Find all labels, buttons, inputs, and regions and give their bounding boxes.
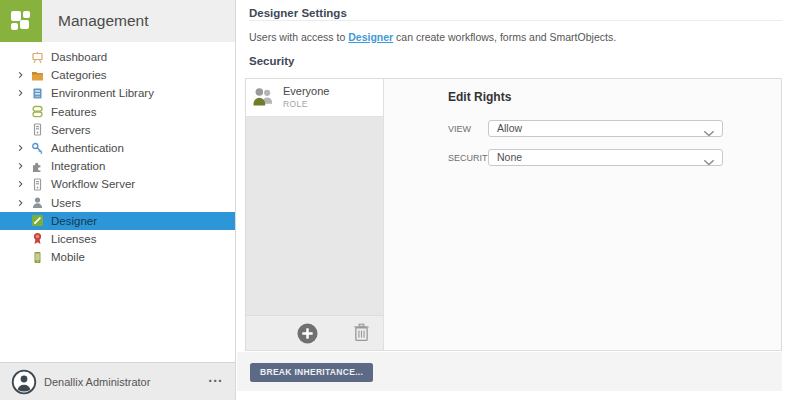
chevron-right-icon [17,198,30,207]
designer-link[interactable]: Designer [348,31,393,43]
sidebar-item-label: Workflow Server [51,178,135,190]
sidebar-item-label: Features [51,106,96,118]
sidebar-item-servers[interactable]: Servers [0,121,235,139]
sidebar-item-label: Designer [51,215,97,227]
break-inheritance-button[interactable]: BREAK INHERITANCE... [250,363,373,382]
chevron-right-icon [17,89,30,98]
add-role-button[interactable] [297,323,318,344]
delete-role-button[interactable] [353,323,370,343]
role-type-badge: ROLE [283,99,308,109]
sidebar-header: Management [0,0,235,42]
license-icon [30,232,44,246]
view-dropdown-value: Allow [497,122,522,134]
app-logo-icon [0,0,42,42]
view-field-row: VIEW Allow [448,120,723,137]
key-icon [30,141,44,155]
user-icon [30,196,44,210]
view-dropdown[interactable]: Allow [488,120,723,137]
server-icon [30,123,44,137]
sidebar-item-label: Users [51,197,81,209]
sidebar-item-features[interactable]: Features [0,103,235,121]
divider [249,20,782,21]
app-title: Management [42,0,148,42]
sidebar-item-dashboard[interactable]: Dashboard [0,48,235,66]
page-title: Designer Settings [249,7,347,19]
user-menu-button[interactable]: ... [208,369,223,385]
spacer [17,53,30,62]
sidebar-item-label: Authentication [51,142,124,154]
sidebar-item-mobile[interactable]: Mobile [0,248,235,266]
folder-icon [30,68,44,82]
sidebar-item-label: Environment Library [51,87,154,99]
features-icon [30,105,44,119]
security-section-title: Security [249,55,294,67]
sidebar-item-label: Servers [51,124,91,136]
sidebar: Management Dashboard Categories Environm… [0,0,236,400]
sidebar-item-label: Dashboard [51,51,107,63]
designer-icon [30,214,44,228]
chevron-right-icon [17,162,30,171]
sidebar-item-licenses[interactable]: Licenses [0,230,235,248]
main-content: Designer Settings Users with access to D… [237,0,800,400]
sidebar-item-integration[interactable]: Integration [0,157,235,175]
management-console: Management Dashboard Categories Environm… [0,0,800,400]
dashboard-icon [30,50,44,64]
server-icon [30,177,44,191]
sidebar-item-environment-library[interactable]: Environment Library [0,84,235,102]
security-panel: Everyone ROLE Edit Rights VIEW Allow SEC… [245,78,782,351]
chevron-right-icon [17,180,30,189]
spacer [17,216,30,225]
sidebar-item-workflow-server[interactable]: Workflow Server [0,175,235,193]
security-dropdown[interactable]: None [488,149,723,166]
page-description: Users with access to Designer can create… [249,31,616,43]
security-field-row: SECURITY None [448,149,723,166]
user-avatar [11,369,37,395]
mobile-icon [30,250,44,264]
panel-footer: BREAK INHERITANCE... [237,352,782,391]
sidebar-nav: Dashboard Categories Environment Library… [0,42,235,266]
puzzle-icon [30,159,44,173]
role-list: Everyone ROLE [246,79,384,350]
role-list-toolbar [246,315,383,350]
description-suffix: can create workflows, forms and SmartObj… [393,31,616,43]
security-dropdown-value: None [497,151,522,163]
sidebar-user-footer: Denallix Administrator ... [0,362,235,400]
user-name: Denallix Administrator [44,376,150,388]
role-name: Everyone [283,85,329,97]
edit-rights-title: Edit Rights [448,90,511,104]
sidebar-item-label: Mobile [51,251,85,263]
chevron-right-icon [17,71,30,80]
sidebar-item-authentication[interactable]: Authentication [0,139,235,157]
library-icon [30,86,44,100]
sidebar-item-categories[interactable]: Categories [0,66,235,84]
sidebar-item-users[interactable]: Users [0,194,235,212]
security-label: SECURITY [448,153,488,163]
sidebar-item-label: Integration [51,160,105,172]
spacer [17,107,30,116]
chevron-down-icon [703,126,715,133]
role-group-icon [251,85,276,110]
sidebar-item-label: Licenses [51,233,96,245]
role-list-item-everyone[interactable]: Everyone ROLE [246,79,383,117]
sidebar-item-designer[interactable]: Designer [0,212,235,230]
description-prefix: Users with access to [249,31,348,43]
view-label: VIEW [448,124,488,134]
chevron-down-icon [703,155,715,162]
spacer [17,253,30,262]
spacer [17,125,30,134]
sidebar-item-label: Categories [51,69,107,81]
spacer [17,234,30,243]
chevron-right-icon [17,144,30,153]
